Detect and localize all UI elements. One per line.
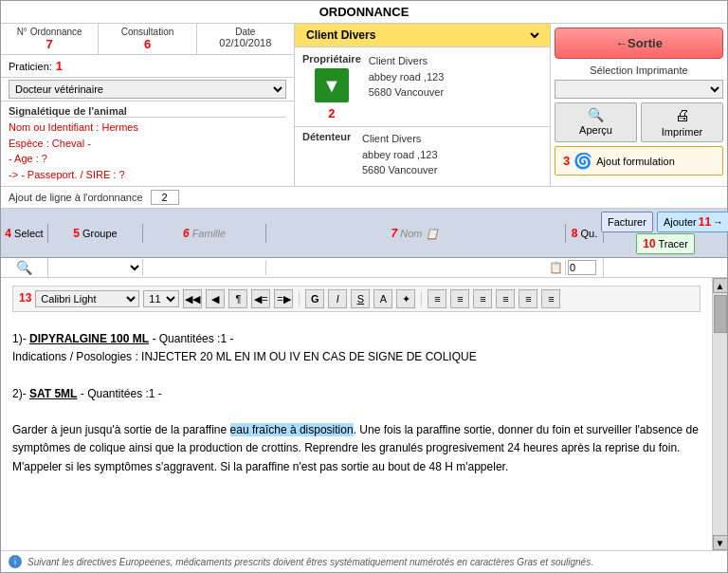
- item2-quantities: - Quantitées :1 -: [81, 387, 162, 400]
- groupe-num: 5: [73, 227, 80, 240]
- nom-field-icon: 📋: [547, 261, 565, 274]
- imprimer-label: Imprimer: [662, 126, 702, 138]
- outdent-button[interactable]: ◀=: [251, 289, 270, 308]
- align-left-button[interactable]: ≡: [428, 289, 446, 308]
- signaletique-line-3: - Age : ?: [9, 151, 286, 167]
- scrollbar[interactable]: ▲ ▼: [712, 278, 727, 550]
- font-color-button[interactable]: A: [373, 289, 392, 308]
- first-page-button[interactable]: ◀◀: [183, 289, 202, 308]
- qu-input[interactable]: [568, 260, 596, 275]
- praticien-num: 1: [56, 59, 63, 73]
- add-line-label: Ajout de ligne à l'ordonnance: [9, 192, 143, 203]
- font-select[interactable]: Calibri Light: [35, 290, 139, 307]
- qu-num: 8: [572, 227, 578, 240]
- highlight-text: eau fraîche à disposition: [230, 423, 354, 436]
- select-num: 4: [5, 227, 11, 240]
- add-line-input[interactable]: [151, 190, 179, 205]
- ajout-formulation-button[interactable]: 3 🌀 Ajout formulation: [555, 146, 723, 176]
- page-title: ORDONNANCE: [1, 1, 727, 24]
- signaletique-line-1: Nom ou Identifiant : Hermes: [9, 120, 286, 136]
- ajout-formulation-num: 3: [563, 154, 570, 168]
- info-icon: i: [9, 555, 22, 568]
- selection-imprimante-label: Sélection Imprimante: [555, 65, 723, 76]
- align-justify-button[interactable]: ≡: [496, 289, 515, 308]
- align-right-button[interactable]: ≡: [473, 289, 492, 308]
- item2-name: SAT 5ML: [29, 387, 77, 400]
- consultation-label: Consultation: [103, 27, 191, 37]
- apercu-label: Aperçu: [579, 124, 612, 136]
- underline-button[interactable]: S: [351, 289, 370, 308]
- spiral-icon: 🌀: [573, 152, 592, 170]
- date-value: 02/10/2018: [202, 37, 289, 48]
- tracer-label: Tracer: [658, 238, 687, 250]
- signaletique-content: Nom ou Identifiant : Hermes Espèce : Che…: [9, 120, 286, 182]
- paragraph-button[interactable]: ¶: [228, 289, 247, 308]
- item1-name: DIPYRALGINE 100 ML: [29, 332, 149, 345]
- list-ordered-button[interactable]: ≡: [541, 289, 560, 308]
- scroll-thumb[interactable]: [714, 295, 727, 333]
- proprietaire-arrow-button[interactable]: ▼: [315, 68, 349, 102]
- sortie-button[interactable]: ←Sortie: [555, 28, 723, 59]
- client-select[interactable]: Client Divers: [302, 28, 542, 43]
- consultation-value: 6: [103, 37, 191, 51]
- search-icon[interactable]: 🔍: [16, 260, 32, 275]
- n-ordonnance-label: N° Ordonnance: [6, 27, 93, 37]
- n-ordonnance-value: 7: [6, 37, 93, 51]
- imprimer-button[interactable]: 🖨 Imprimer: [641, 102, 723, 142]
- ajouter-label: Ajouter: [664, 216, 697, 228]
- signaletique-title: Signalétique de l'animal: [9, 105, 286, 118]
- footer: i Suivant les directives Europeenes, méd…: [1, 550, 727, 572]
- highlight-button[interactable]: ✦: [396, 289, 415, 308]
- prop-name: Client Divers: [369, 53, 445, 69]
- det-name: Client Divers: [362, 131, 438, 147]
- nom-icon: 📋: [426, 228, 441, 239]
- nom-input[interactable]: [266, 260, 547, 275]
- item1-num: 1)-: [12, 332, 29, 345]
- tracer-num: 10: [643, 237, 655, 250]
- imprimante-select[interactable]: [555, 80, 723, 99]
- famille-num: 6: [183, 227, 190, 240]
- nom-header: Nom: [400, 228, 422, 239]
- groupe-select[interactable]: [48, 259, 142, 276]
- item1-indications: Indications / Posologies : INJECTER 20 M…: [12, 348, 701, 366]
- prescription-content: 13 Calibri Light 11 ◀◀ ◀ ¶ ◀= =▶ G I S A…: [1, 278, 712, 550]
- facturer-button[interactable]: Facturer: [601, 212, 653, 232]
- prev-page-button[interactable]: ◀: [206, 289, 225, 308]
- ajouter-button[interactable]: Ajouter 11 →: [657, 212, 728, 232]
- apercu-button[interactable]: 🔍 Aperçu: [555, 102, 637, 142]
- detenteur-address: Client Divers abbey road ,123 5680 Vanco…: [362, 131, 438, 178]
- list-unordered-button[interactable]: ≡: [519, 289, 537, 308]
- scroll-up-button[interactable]: ▲: [713, 278, 728, 293]
- item1-line: 1)- DIPYRALGINE 100 ML - Quantitées :1 -: [12, 330, 701, 348]
- signaletique-line-2: Espèce : Cheval -: [9, 136, 286, 152]
- det-street: abbey road ,123: [362, 147, 438, 163]
- detenteur-label: Détenteur: [302, 131, 355, 142]
- align-center-button[interactable]: ≡: [450, 289, 469, 308]
- arrow-right-icon: →: [713, 216, 723, 228]
- font-size-select[interactable]: 11: [143, 290, 179, 307]
- item2-num: 2)-: [12, 387, 29, 400]
- proprietaire-label: Propriétaire: [302, 53, 361, 65]
- footer-text: Suivant les directives Europeenes, médic…: [27, 557, 593, 567]
- praticien-select[interactable]: Docteur vétérinaire: [9, 80, 286, 99]
- proprietaire-address: Client Divers abbey road ,123 5680 Vanco…: [369, 53, 445, 101]
- editor-num: 13: [19, 289, 31, 307]
- nom-num: 7: [391, 227, 397, 240]
- det-city: 5680 Vancouver: [362, 162, 438, 178]
- indent-button[interactable]: =▶: [274, 289, 293, 308]
- famille-header: Famille: [192, 228, 226, 239]
- ajout-formulation-label: Ajout formulation: [596, 156, 675, 167]
- scroll-down-button[interactable]: ▼: [713, 535, 728, 550]
- paragraph-text: Garder à jeun jusqu'à sortie de la paraf…: [12, 421, 701, 476]
- tracer-button[interactable]: 10 Tracer: [636, 233, 695, 254]
- bold-button[interactable]: G: [305, 289, 324, 308]
- item2-line: 2)- SAT 5ML - Quantitées :1 -: [12, 385, 701, 403]
- famille-input[interactable]: [143, 260, 265, 275]
- groupe-header: Groupe: [82, 228, 118, 239]
- proprietaire-num: 2: [328, 106, 335, 120]
- prop-street: abbey road ,123: [369, 69, 445, 85]
- table-row: 🔍 📋: [1, 258, 727, 278]
- ajouter-num: 11: [699, 215, 711, 229]
- italic-button[interactable]: I: [328, 289, 347, 308]
- eye-icon: 🔍: [588, 107, 604, 122]
